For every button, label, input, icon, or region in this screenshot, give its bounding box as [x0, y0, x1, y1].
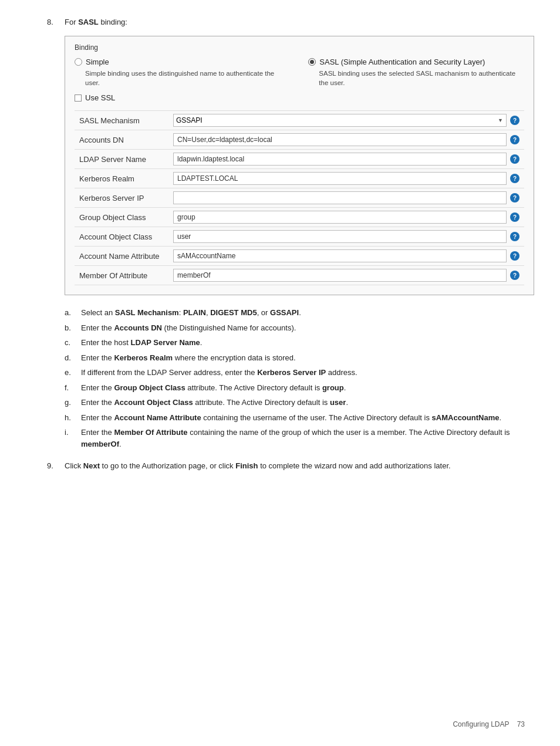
instruction-item: a.Select an SASL Mechanism: PLAIN, DIGES… [65, 307, 534, 319]
input-wrap: GSSAPI? [173, 114, 519, 127]
instruction-content: Enter the Member Of Attribute containing… [81, 427, 534, 450]
instruction-bold: Accounts DN [114, 323, 162, 332]
form-label: Account Name Attribute [75, 247, 168, 266]
form-field-account-name-attribute[interactable] [173, 249, 507, 262]
form-label: Member Of Attribute [75, 266, 168, 285]
form-row: Group Object Class? [75, 208, 524, 227]
instruction-letter: b. [65, 322, 81, 334]
instructions-list: a.Select an SASL Mechanism: PLAIN, DIGES… [65, 307, 534, 450]
footer: Configuring LDAP 73 [453, 720, 525, 728]
form-field-kerberos-server-ip[interactable] [173, 191, 507, 204]
use-ssl-row: Use SSL [75, 93, 524, 102]
form-label: LDAP Server Name [75, 150, 168, 169]
sasl-mechanism-select[interactable]: GSSAPI [173, 114, 507, 127]
instruction-bold: LDAP Server Name [131, 338, 200, 347]
input-wrap: ? [173, 211, 519, 224]
step-9-header: 9. Click Next to go to the Authorization… [47, 461, 525, 470]
instruction-item: h.Enter the Account Name Attribute conta… [65, 412, 534, 424]
simple-label: Simple [86, 58, 109, 66]
help-icon[interactable]: ? [510, 251, 519, 261]
instruction-content: Enter the Account Object Class attribute… [81, 397, 534, 409]
help-icon[interactable]: ? [510, 232, 519, 241]
instruction-bold: sAMAccountName [432, 413, 500, 422]
sasl-binding-option: SASL (Simple Authentication and Security… [308, 58, 524, 87]
form-row: Accounts DN? [75, 130, 524, 150]
instructions-section: a.Select an SASL Mechanism: PLAIN, DIGES… [65, 307, 534, 450]
help-icon[interactable]: ? [510, 154, 519, 164]
step-8-number: 8. [47, 18, 65, 26]
instruction-letter: e. [65, 367, 81, 379]
help-icon[interactable]: ? [510, 193, 519, 202]
form-label: Account Object Class [75, 227, 168, 247]
form-label: SASL Mechanism [75, 111, 168, 130]
input-wrap: ? [173, 191, 519, 204]
form-table: SASL MechanismGSSAPI?Accounts DN?LDAP Se… [75, 110, 524, 285]
form-input-cell: ? [168, 130, 524, 150]
instruction-item: b.Enter the Accounts DN (the Distinguish… [65, 322, 534, 334]
form-input-cell: ? [168, 208, 524, 227]
instruction-letter: f. [65, 382, 81, 394]
form-field-kerberos-realm[interactable] [173, 172, 507, 185]
instruction-content: Select an SASL Mechanism: PLAIN, DIGEST … [81, 307, 534, 319]
form-field-ldap-server-name[interactable] [173, 153, 507, 166]
simple-binding-option: Simple Simple binding uses the distingui… [75, 58, 291, 87]
form-field-account-object-class[interactable] [173, 230, 507, 243]
form-row: SASL MechanismGSSAPI? [75, 111, 524, 130]
input-wrap: ? [173, 230, 519, 243]
binding-box: Binding Simple Simple binding uses the d… [65, 36, 534, 295]
help-icon[interactable]: ? [510, 174, 519, 183]
form-input-cell: ? [168, 227, 524, 247]
simple-radio[interactable] [75, 58, 82, 66]
form-label: Kerberos Server IP [75, 188, 168, 208]
instruction-bold: group [322, 383, 344, 392]
instruction-letter: d. [65, 352, 81, 364]
next-bold: Next [83, 461, 100, 470]
form-input-cell: ? [168, 188, 524, 208]
sasl-description: SASL binding uses the selected SASL mach… [308, 69, 524, 87]
instruction-item: c.Enter the host LDAP Server Name. [65, 337, 534, 349]
use-ssl-checkbox[interactable] [75, 94, 82, 102]
instruction-bold: Account Object Class [114, 398, 193, 407]
step-9-text: Click Next to go to the Authorization pa… [65, 461, 451, 470]
input-wrap: ? [173, 172, 519, 185]
use-ssl-label: Use SSL [85, 93, 115, 102]
instruction-bold: Kerberos Server IP [257, 368, 326, 377]
form-input-cell: ? [168, 266, 524, 285]
select-wrapper: GSSAPI [173, 114, 507, 127]
instruction-item: g.Enter the Account Object Class attribu… [65, 397, 534, 409]
sasl-radio[interactable] [308, 58, 316, 66]
instruction-bold: PLAIN [183, 308, 206, 317]
input-wrap: ? [173, 133, 519, 146]
instruction-content: Enter the Accounts DN (the Distinguished… [81, 322, 534, 334]
help-icon[interactable]: ? [510, 116, 519, 125]
help-icon[interactable]: ? [510, 212, 519, 222]
sasl-bold: SASL [78, 18, 99, 26]
instruction-content: Enter the Group Object Class attribute. … [81, 382, 534, 394]
form-field-group-object-class[interactable] [173, 211, 507, 224]
instruction-item: f.Enter the Group Object Class attribute… [65, 382, 534, 394]
form-label: Accounts DN [75, 130, 168, 150]
instruction-bold: SASL Mechanism [115, 308, 179, 317]
step-8-header: 8. For SASL binding: [47, 18, 525, 26]
binding-title: Binding [75, 43, 524, 52]
instruction-item: d.Enter the Kerberos Realm where the enc… [65, 352, 534, 364]
form-input-cell: ? [168, 169, 524, 188]
instruction-letter: i. [65, 427, 81, 438]
instruction-bold: Account Name Attribute [114, 413, 201, 422]
input-wrap: ? [173, 153, 519, 166]
form-field-accounts-dn[interactable] [173, 133, 507, 146]
instruction-bold: memberOf [81, 440, 119, 448]
input-wrap: ? [173, 249, 519, 262]
finish-bold: Finish [235, 461, 258, 470]
form-label: Group Object Class [75, 208, 168, 227]
instruction-letter: a. [65, 307, 81, 319]
form-row: Member Of Attribute? [75, 266, 524, 285]
input-wrap: ? [173, 269, 519, 282]
instruction-letter: h. [65, 412, 81, 424]
instruction-content: Enter the host LDAP Server Name. [81, 337, 534, 349]
form-field-member-of-attribute[interactable] [173, 269, 507, 282]
footer-page: 73 [517, 720, 525, 728]
form-input-cell: GSSAPI? [168, 111, 524, 130]
help-icon[interactable]: ? [510, 135, 519, 144]
help-icon[interactable]: ? [510, 271, 519, 280]
